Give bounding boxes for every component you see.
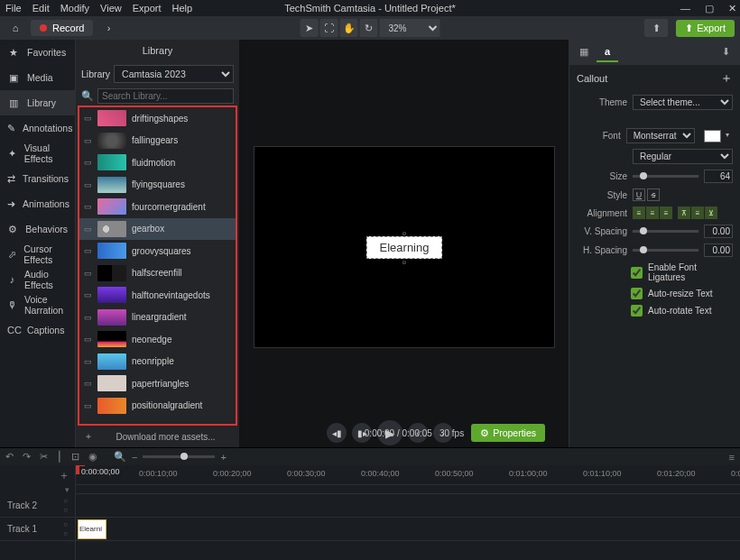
expand-icon[interactable]: ▭ (83, 246, 92, 255)
magnet2-button[interactable]: ◉ (88, 451, 97, 463)
asset-fallinggears[interactable]: ▭fallinggears (79, 130, 236, 152)
select-tool[interactable]: ➤ (301, 19, 319, 37)
font-select[interactable]: Montserrat (626, 128, 695, 143)
share-button[interactable]: ⬆ (644, 19, 668, 37)
redo-button[interactable]: ↷ (23, 451, 31, 463)
add-callout-button[interactable]: ＋ (720, 70, 733, 87)
align-bottom-button[interactable]: ⊻ (705, 207, 717, 219)
asset-groovysquares[interactable]: ▭groovysquares (79, 240, 236, 262)
export-button[interactable]: ⬆ Export (676, 20, 735, 37)
size-input[interactable] (704, 170, 733, 183)
align-right-button[interactable]: ≡ (660, 207, 672, 219)
track-expand-icon[interactable]: ▾ (65, 485, 69, 494)
track2-row[interactable] (76, 494, 740, 518)
autoresize-checkbox[interactable] (631, 288, 643, 299)
size-slider[interactable] (633, 175, 698, 178)
expand-icon[interactable]: ▭ (83, 136, 92, 145)
timeline-clip[interactable]: Elearni (78, 519, 106, 539)
pan-tool[interactable]: ✋ (340, 19, 358, 37)
sidebar-item-cursor-effects[interactable]: ⬀Cursor Effects (0, 242, 75, 267)
align-top-button[interactable]: ⊼ (678, 207, 690, 219)
sidebar-item-captions[interactable]: CCCaptions (0, 317, 75, 343)
menu-modify[interactable]: Modify (60, 3, 89, 14)
menu-export[interactable]: Export (133, 3, 162, 14)
align-middle-button[interactable]: ≡ (691, 207, 704, 219)
expand-icon[interactable]: ▭ (83, 290, 92, 299)
magnet-button[interactable]: ⊡ (71, 451, 79, 463)
asset-fluidmotion[interactable]: ▭fluidmotion (79, 151, 236, 174)
hspacing-slider[interactable] (633, 249, 698, 252)
canvas[interactable]: Elearning (254, 146, 555, 348)
menu-view[interactable]: View (100, 3, 122, 14)
align-center-button[interactable]: ≡ (646, 207, 659, 219)
cut-button[interactable]: ✂ (40, 451, 48, 463)
asset-flyingsquares[interactable]: ▭flyingsquares (79, 174, 236, 197)
asset-papertriangles[interactable]: ▭papertriangles (79, 372, 236, 395)
sidebar-item-media[interactable]: ▣Media (0, 65, 75, 90)
sidebar-item-annotations[interactable]: ✎Annotations (0, 115, 75, 141)
visual-tab[interactable]: ▦ (573, 42, 595, 62)
hspacing-input[interactable] (704, 243, 733, 257)
expand-icon[interactable]: ▭ (83, 225, 92, 234)
theme-select[interactable]: Select theme... (633, 95, 733, 110)
callout-object[interactable]: Elearning (366, 236, 443, 259)
sidebar-item-animations[interactable]: ➜Animations (0, 191, 75, 216)
asset-fourcornergradient[interactable]: ▭fourcornergradient (79, 196, 236, 218)
ligatures-checkbox[interactable] (631, 267, 643, 279)
library-select[interactable]: Camtasia 2023 (114, 65, 234, 83)
split-button[interactable]: ⎮ (57, 451, 62, 463)
undo-button[interactable]: ↶ (5, 451, 14, 463)
minimize-button[interactable]: — (680, 3, 690, 14)
expand-icon[interactable]: ▭ (83, 269, 92, 278)
sidebar-item-voice-narration[interactable]: 🎙Voice Narration (0, 292, 75, 317)
expand-icon[interactable]: ▭ (83, 379, 92, 388)
properties-button[interactable]: ⚙ Properties (471, 424, 545, 442)
sidebar-item-visual-effects[interactable]: ✦Visual Effects (0, 141, 75, 166)
home-button[interactable]: ⌂ (5, 19, 25, 37)
asset-driftingshapes[interactable]: ▭driftingshapes (79, 107, 236, 130)
font-color-swatch[interactable] (704, 130, 721, 142)
vspacing-input[interactable] (704, 225, 733, 238)
sidebar-item-favorites[interactable]: ★Favorites (0, 40, 75, 65)
asset-neonripple[interactable]: ▭neonripple (79, 351, 236, 373)
track2-label[interactable]: Track 2 (7, 500, 37, 510)
zoom-out-button[interactable]: 🔍 (114, 451, 126, 463)
timeline-zoom-slider[interactable] (143, 455, 215, 458)
sidebar-item-audio-effects[interactable]: ♪Audio Effects (0, 267, 75, 292)
align-left-button[interactable]: ≡ (633, 207, 645, 219)
timeline-menu-button[interactable]: ≡ (729, 452, 735, 463)
expand-icon[interactable]: ▭ (83, 114, 92, 123)
expand-icon[interactable]: ▭ (83, 401, 92, 410)
add-track-button[interactable]: ＋ (59, 468, 69, 483)
asset-neonedge[interactable]: ▭neonedge (79, 328, 236, 351)
zoom-plus[interactable]: + (220, 452, 226, 463)
download-tab[interactable]: ⬇ (715, 42, 736, 62)
text-tab[interactable]: a (597, 42, 618, 62)
crop-tool[interactable]: ⛶ (320, 19, 338, 37)
strike-button[interactable]: ꜱ (647, 188, 660, 201)
expand-icon[interactable]: ▭ (83, 357, 92, 366)
record-next-button[interactable]: › (98, 19, 118, 37)
expand-icon[interactable]: ▭ (83, 158, 92, 167)
menu-help[interactable]: Help (172, 3, 193, 14)
close-button[interactable]: ✕ (728, 3, 736, 14)
record-button[interactable]: Record (31, 20, 93, 36)
menu-edit[interactable]: Edit (32, 3, 50, 14)
sidebar-item-library[interactable]: ▥Library (0, 90, 75, 115)
prev-frame-button[interactable]: ◂▮ (327, 423, 347, 443)
asset-gearbox[interactable]: ▭gearbox (79, 218, 236, 241)
track1-label[interactable]: Track 1 (7, 524, 37, 534)
expand-icon[interactable]: ▭ (83, 335, 92, 344)
expand-icon[interactable]: ▭ (83, 180, 92, 189)
autorotate-checkbox[interactable] (631, 305, 643, 317)
vspacing-slider[interactable] (633, 230, 698, 233)
zoom-minus[interactable]: − (132, 452, 137, 463)
download-more-link[interactable]: ＋ Download more assets... (76, 426, 239, 447)
sidebar-item-behaviors[interactable]: ⚙Behaviors (0, 216, 75, 242)
underline-button[interactable]: U (633, 188, 645, 201)
timeline-ruler[interactable]: 0:00:10;000:00:20;000:00:30;000:00:40;00… (76, 465, 740, 485)
expand-icon[interactable]: ▭ (83, 202, 92, 211)
asset-lineargradient[interactable]: ▭lineargradient (79, 307, 236, 329)
maximize-button[interactable]: ▢ (705, 3, 714, 14)
sidebar-item-transitions[interactable]: ⇄Transitions (0, 166, 75, 191)
